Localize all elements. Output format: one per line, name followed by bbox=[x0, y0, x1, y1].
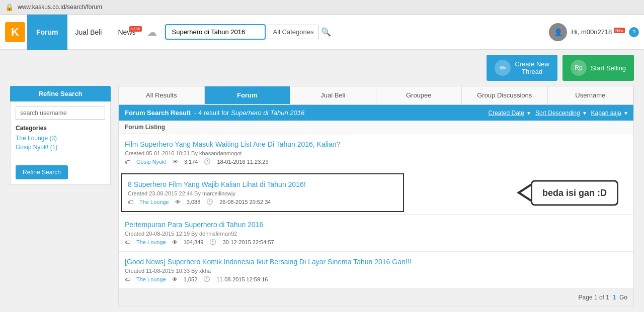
annotation-box: beda isi gan :D bbox=[531, 180, 618, 205]
result-views-4: 1,052 bbox=[184, 276, 198, 282]
annotation-arrow-area: beda isi gan :D bbox=[531, 180, 618, 205]
create-thread-label: Create NewThread bbox=[515, 60, 549, 75]
nav-right-section: 👤 Hi, m00n2718 New ? bbox=[549, 23, 639, 41]
action-bar: ✏ Create NewThread Rp Start Selling bbox=[0, 50, 644, 86]
create-thread-button[interactable]: ✏ Create NewThread bbox=[487, 55, 557, 81]
arrow-fill bbox=[521, 186, 531, 199]
security-icon: 🔒 bbox=[5, 3, 14, 11]
logo-letter: K bbox=[11, 26, 19, 39]
content-wrapper: Forum Search Result - 4 result for Super… bbox=[118, 105, 634, 306]
pencil-icon: ✏ bbox=[495, 60, 511, 76]
category-dropdown[interactable]: All Categories bbox=[268, 25, 319, 39]
result-query: Superhero di Tahun 2016 bbox=[231, 109, 304, 117]
tag-icon-1: 🏷 bbox=[125, 159, 130, 165]
browser-bar: 🔒 www.kaskus.co.id/search/forum bbox=[0, 0, 644, 15]
eye-icon-1: 👁 bbox=[173, 159, 178, 165]
categories-label: Categories bbox=[16, 125, 105, 132]
result-item-2-wrapper: 8 Superhero Film Yang Wajib Kalian Lihat… bbox=[119, 171, 633, 215]
top-navigation: K Forum Jual Beli News NEW ☁ All Categor… bbox=[0, 15, 644, 50]
result-meta-3: Created 20-08-2015 12:19 By dennisfirman… bbox=[125, 231, 627, 237]
tab-groupee[interactable]: Groupee bbox=[376, 86, 462, 104]
result-date-1: 18-01-2016 11:23:29 bbox=[217, 159, 268, 165]
tag-icon-4: 🏷 bbox=[125, 276, 130, 282]
eye-icon-2: 👁 bbox=[175, 199, 181, 205]
search-area: All Categories 🔍 bbox=[165, 24, 549, 40]
result-views-2: 3,088 bbox=[187, 199, 201, 205]
sort-date-link[interactable]: Created Date bbox=[488, 110, 524, 117]
url-display: www.kaskus.co.id/search/forum bbox=[18, 4, 102, 11]
result-title-4[interactable]: [Good News] Superhero Komik Indonesia Ik… bbox=[125, 258, 411, 266]
tab-all-results[interactable]: All Results bbox=[119, 86, 205, 104]
kaskus-logo[interactable]: K bbox=[5, 22, 25, 42]
result-views-1: 3,174 bbox=[184, 159, 198, 165]
content-area: All Results Forum Jual Beli Groupee Grou… bbox=[118, 86, 634, 306]
news-new-badge: NEW bbox=[129, 26, 142, 32]
rupiah-icon: Rp bbox=[571, 60, 587, 76]
result-item-3: Pertempuran Para Superhero di Tahun 2016… bbox=[119, 215, 633, 252]
tab-username[interactable]: Username bbox=[548, 86, 634, 104]
result-category-1[interactable]: Gosip Nyok! bbox=[136, 159, 167, 165]
clock-icon-1: 🕐 bbox=[204, 158, 211, 165]
result-count: 4 bbox=[198, 109, 202, 117]
result-tags-1: 🏷 Gosip Nyok! 👁 3,174 🕐 18-01-2016 11:23… bbox=[125, 158, 627, 165]
result-title-3[interactable]: Pertempuran Para Superhero di Tahun 2016 bbox=[125, 221, 263, 229]
category-gosip-link[interactable]: Gosip Nyok! (1) bbox=[16, 144, 105, 151]
clock-icon-3: 🕐 bbox=[209, 239, 216, 245]
eye-icon-3: 👁 bbox=[172, 239, 178, 245]
search-input[interactable] bbox=[165, 24, 266, 40]
result-header-prefix: Forum Search Result bbox=[125, 109, 191, 117]
forum-nav-button[interactable]: Forum bbox=[27, 15, 67, 50]
result-item-2: 8 Superhero Film Yang Wajib Kalian Lihat… bbox=[121, 173, 404, 212]
result-date-3: 30-12-2015 22:54:57 bbox=[222, 239, 274, 245]
result-title-1[interactable]: Film Superhero Yang Masuk Waiting List A… bbox=[125, 140, 340, 148]
result-tags-3: 🏷 The Lounge 👁 104,349 🕐 30-12-2015 22:5… bbox=[125, 239, 627, 245]
tag-icon-3: 🏷 bbox=[125, 239, 130, 245]
result-date-4: 11-08-2015 12:59:16 bbox=[216, 276, 268, 282]
page-info: Page 1 of 1 bbox=[579, 294, 609, 301]
sort-time-link[interactable]: Kapan saja bbox=[591, 110, 621, 117]
account-new-badge: New bbox=[614, 28, 625, 33]
result-label: result for bbox=[204, 109, 229, 117]
result-meta-4: Created 11-08-2015 10:33 By xkha bbox=[125, 268, 627, 274]
result-category-2[interactable]: The Lounge bbox=[139, 199, 169, 205]
tabs-bar: All Results Forum Jual Beli Groupee Grou… bbox=[118, 86, 634, 105]
clock-icon-2: 🕐 bbox=[206, 198, 213, 205]
tab-jual-beli[interactable]: Jual Beli bbox=[290, 86, 376, 104]
result-meta-2: Created 23-08-2015 22:44 By marcellinowj… bbox=[128, 190, 397, 196]
hi-username: Hi, m00n2718 New bbox=[571, 28, 625, 36]
tab-forum[interactable]: Forum bbox=[205, 86, 291, 104]
result-date-2: 26-08-2015 20:52:34 bbox=[219, 199, 271, 205]
result-views-3: 104,349 bbox=[184, 239, 204, 245]
page-1-link[interactable]: 1 bbox=[613, 294, 616, 301]
avatar[interactable]: 👤 bbox=[549, 23, 567, 41]
result-tags-4: 🏷 The Lounge 👁 1,052 🕐 11-08-2015 12:59:… bbox=[125, 276, 627, 282]
eye-icon-4: 👁 bbox=[172, 276, 178, 282]
result-item-1: Film Superhero Yang Masuk Waiting List A… bbox=[119, 134, 633, 171]
result-summary: Forum Search Result - 4 result for Super… bbox=[125, 109, 304, 117]
sidebar-content: Categories The Lounge (3) Gosip Nyok! (1… bbox=[10, 101, 111, 185]
result-title-2[interactable]: 8 Superhero Film Yang Wajib Kalian Lihat… bbox=[128, 180, 306, 188]
tab-group-discussions[interactable]: Group Discussions bbox=[462, 86, 548, 104]
sidebar: Refine Search Categories The Lounge (3) … bbox=[10, 86, 111, 306]
go-button[interactable]: Go bbox=[619, 294, 627, 301]
result-tags-2: 🏷 The Lounge 👁 3,088 🕐 26-08-2015 20:52:… bbox=[128, 198, 397, 205]
search-button[interactable]: 🔍 bbox=[321, 27, 331, 37]
result-item-4: [Good News] Superhero Komik Indonesia Ik… bbox=[119, 252, 633, 289]
refine-search-button[interactable]: Refine Search bbox=[16, 165, 68, 179]
result-category-4[interactable]: The Lounge bbox=[136, 276, 166, 282]
result-meta-1: Created 05-01-2016 10:31 By khasandanmog… bbox=[125, 150, 627, 156]
jual-beli-nav-link[interactable]: Jual Beli bbox=[67, 24, 110, 40]
start-selling-button[interactable]: Rp Start Selling bbox=[562, 55, 634, 81]
search-result-header: Forum Search Result - 4 result for Super… bbox=[119, 105, 633, 121]
sort-order-link[interactable]: Sort Descending bbox=[535, 110, 580, 117]
news-nav-link[interactable]: News NEW bbox=[110, 24, 143, 40]
username-search-input[interactable] bbox=[16, 107, 105, 120]
start-selling-label: Start Selling bbox=[591, 64, 626, 72]
main-container: Refine Search Categories The Lounge (3) … bbox=[0, 86, 644, 312]
nav-separator-icon: ☁ bbox=[147, 26, 157, 38]
result-category-3[interactable]: The Lounge bbox=[136, 239, 166, 245]
forum-listing-label: Forum Listing bbox=[119, 121, 633, 134]
category-lounge-link[interactable]: The Lounge (3) bbox=[16, 135, 105, 142]
clock-icon-4: 🕐 bbox=[203, 276, 210, 282]
help-button[interactable]: ? bbox=[629, 27, 639, 37]
